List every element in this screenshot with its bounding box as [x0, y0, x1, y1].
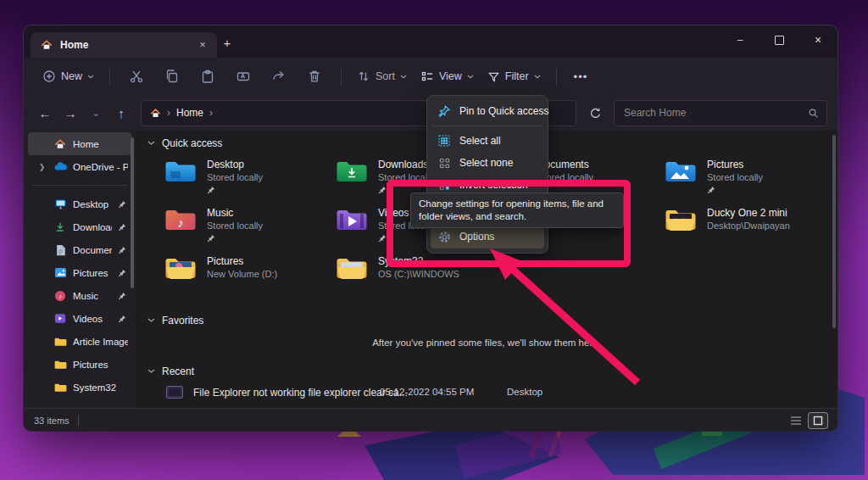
recent-locations-button[interactable]: ⌄	[85, 102, 107, 124]
pin-icon	[118, 246, 126, 254]
tab-close-icon[interactable]: ×	[195, 37, 210, 53]
pin-icon	[118, 292, 126, 300]
sidebar-label: Downloads	[73, 222, 112, 232]
paste-button[interactable]	[200, 69, 215, 84]
share-button[interactable]	[271, 69, 287, 84]
close-button[interactable]: ×	[798, 27, 837, 53]
pin-icon	[707, 186, 715, 194]
chevron-down-icon	[147, 141, 155, 146]
quick-access-item-desktop[interactable]: Desktop Stored locally	[164, 159, 331, 204]
filter-button[interactable]: Filter	[481, 65, 548, 88]
section-title: Favorites	[162, 315, 203, 327]
section-recent[interactable]: Recent	[147, 366, 194, 377]
see-more-button[interactable]: •••	[565, 67, 597, 87]
sidebar-item-music[interactable]: ♪ Music	[28, 284, 131, 307]
chevron-down-icon	[147, 318, 155, 323]
item-name: Ducky One 2 mini	[707, 207, 790, 220]
desktop-icon	[53, 198, 67, 211]
maximize-icon	[775, 36, 784, 45]
chevron-down-icon	[467, 75, 474, 79]
main-scrollbar[interactable]	[832, 135, 836, 328]
menu-item-select-all[interactable]: Select all	[431, 130, 544, 152]
music-icon: ♪	[53, 289, 67, 303]
item-location: Desktop\Dwaipayan	[707, 220, 790, 232]
breadcrumb-item-home[interactable]: Home	[176, 107, 203, 119]
large-icons-view-button[interactable]	[809, 413, 827, 428]
expand-chevron-icon[interactable]: ❯	[36, 163, 47, 171]
pin-icon	[437, 105, 451, 117]
sidebar-item-onedrive[interactable]: ❯ OneDrive - Perso	[28, 155, 131, 178]
quick-access-item-pictures-d[interactable]: Pictures New Volume (D:)	[164, 255, 331, 301]
details-view-button[interactable]	[787, 413, 805, 428]
sort-icon	[357, 70, 370, 83]
section-quick-access[interactable]: Quick access	[147, 137, 222, 149]
new-button[interactable]: New	[36, 64, 101, 88]
pin-icon	[118, 269, 126, 277]
chevron-down-icon	[147, 369, 155, 374]
sort-button[interactable]: Sort	[350, 64, 414, 88]
view-icon	[420, 70, 434, 83]
navigation-pane: Home ❯ OneDrive - Perso Desktop	[24, 131, 136, 408]
copy-button[interactable]	[164, 69, 180, 84]
section-favorites[interactable]: Favorites	[147, 315, 203, 327]
sidebar-item-home[interactable]: Home	[28, 132, 131, 155]
item-location: Stored locally	[707, 171, 763, 183]
videos-icon	[53, 312, 67, 326]
select-all-icon	[437, 135, 451, 147]
sidebar-item-article-images[interactable]: Article Images	[28, 330, 131, 353]
minimize-button[interactable]: –	[721, 27, 760, 53]
sidebar-item-system32[interactable]: System32	[28, 376, 131, 399]
quick-access-item-ducky[interactable]: Ducky One 2 mini Desktop\Dwaipayan	[665, 207, 831, 253]
cut-button[interactable]	[129, 69, 144, 84]
pictures-icon	[53, 266, 67, 280]
menu-item-select-none[interactable]: Select none	[431, 152, 544, 174]
yellow-folder-photo-icon	[336, 255, 368, 281]
tab-bar: Home × + – ×	[24, 25, 837, 58]
search-input[interactable]	[622, 106, 808, 120]
sidebar-item-pictures-folder[interactable]: Pictures	[28, 353, 131, 376]
refresh-button[interactable]	[583, 101, 607, 125]
chevron-down-icon	[534, 75, 541, 79]
sidebar-label: Home	[73, 139, 128, 149]
svg-text:♪: ♪	[177, 215, 184, 230]
sidebar-item-downloads[interactable]: Downloads	[28, 215, 131, 238]
section-title: Recent	[162, 366, 194, 377]
sidebar-item-videos[interactable]: Videos	[28, 307, 131, 330]
downloads-icon	[53, 220, 67, 234]
music-folder-icon: ♪	[164, 207, 197, 232]
item-location: Stored locally	[207, 171, 263, 183]
breadcrumb-separator: ›	[167, 107, 170, 119]
yellow-folder-photo-icon	[164, 255, 197, 281]
sidebar-label: Documents	[73, 245, 112, 255]
recent-file-name: File Explorer not working file explorer …	[193, 387, 408, 399]
tab-home[interactable]: Home ×	[31, 32, 217, 58]
recent-file-row[interactable]: File Explorer not working file explorer …	[136, 383, 837, 404]
quick-access-item-pictures[interactable]: Pictures Stored locally	[665, 159, 831, 204]
back-button[interactable]: ←	[34, 102, 56, 124]
recent-file-location: Desktop	[507, 387, 542, 397]
delete-button[interactable]	[307, 69, 322, 84]
rename-button[interactable]	[236, 69, 251, 84]
item-location: New Volume (D:)	[207, 268, 277, 280]
search-box	[614, 100, 827, 126]
item-name: Pictures	[707, 159, 763, 171]
annotation-rectangle	[387, 180, 631, 267]
item-location: OS (C:)\WINDOWS	[378, 268, 459, 280]
sidebar-item-pictures[interactable]: Pictures	[28, 261, 131, 284]
view-button[interactable]: View	[414, 64, 481, 88]
up-button[interactable]: ↑	[110, 102, 132, 124]
menu-item-pin-to-quick-access[interactable]: Pin to Quick access	[431, 100, 544, 122]
command-toolbar: New Sort	[24, 58, 837, 95]
sidebar-item-desktop[interactable]: Desktop	[28, 193, 131, 215]
new-tab-button[interactable]: +	[217, 36, 237, 50]
forward-button[interactable]: →	[59, 102, 81, 124]
home-icon	[41, 39, 53, 51]
sidebar-scrollbar[interactable]	[131, 137, 134, 288]
quick-access-item-music[interactable]: ♪ Music Stored locally	[164, 207, 331, 253]
green-folder-icon	[336, 159, 368, 184]
sidebar-item-documents[interactable]: Documents	[28, 238, 131, 261]
blue-folder-icon	[164, 159, 197, 184]
pictures-folder-icon	[665, 159, 697, 184]
maximize-button[interactable]	[760, 27, 798, 53]
home-icon	[150, 108, 161, 119]
